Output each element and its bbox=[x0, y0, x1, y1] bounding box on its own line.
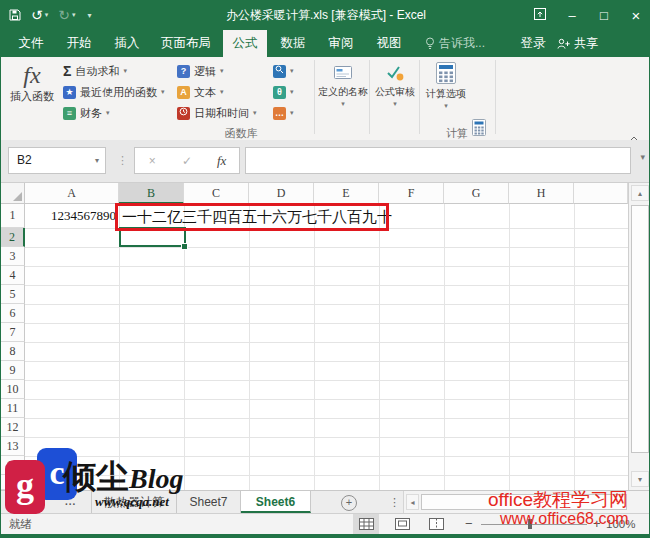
minimize-button[interactable]: – bbox=[563, 8, 581, 23]
text-functions-button[interactable]: A 文本▾ bbox=[177, 82, 224, 102]
undo-dropdown-icon[interactable]: ▾ bbox=[45, 0, 49, 30]
sheet-tab-sanreqi[interactable]: 散热器计算 bbox=[91, 491, 177, 513]
close-button[interactable]: × bbox=[627, 7, 645, 24]
ribbon-tab-strip: 文件 开始 插入 页面布局 公式 数据 审阅 视图 告诉我... 登录 共享 bbox=[1, 30, 650, 57]
row-header-3[interactable]: 3 bbox=[1, 247, 25, 266]
star-icon: ★ bbox=[63, 86, 76, 99]
row-header-12[interactable]: 12 bbox=[1, 418, 25, 437]
scroll-left-button[interactable]: ◂ bbox=[406, 494, 419, 510]
calculation-options-dropdown-icon: ▾ bbox=[422, 102, 470, 110]
select-all-corner[interactable] bbox=[1, 183, 25, 204]
row-header-8[interactable]: 8 bbox=[1, 342, 25, 361]
zoom-slider-thumb[interactable] bbox=[528, 519, 532, 529]
insert-function-fx-button[interactable]: fx bbox=[204, 153, 239, 169]
save-button[interactable] bbox=[9, 9, 21, 21]
sign-in-button[interactable]: 登录 bbox=[513, 30, 553, 57]
cell-a1[interactable]: 1234567890 bbox=[25, 204, 116, 228]
formula-input[interactable] bbox=[245, 147, 631, 174]
ribbon-display-options-button[interactable] bbox=[531, 8, 549, 23]
name-box[interactable]: B2 ▾ bbox=[8, 147, 106, 174]
column-header-g[interactable]: G bbox=[444, 183, 509, 204]
row-header-4[interactable]: 4 bbox=[1, 266, 25, 285]
tab-insert[interactable]: 插入 bbox=[105, 30, 149, 57]
tab-page-layout[interactable]: 页面布局 bbox=[153, 30, 219, 57]
date-time-button[interactable]: 日期和时间▾ bbox=[177, 103, 257, 123]
scroll-up-button[interactable]: ▴ bbox=[631, 185, 649, 201]
confirm-entry-button[interactable]: ✓ bbox=[170, 154, 205, 168]
vertical-scrollbar[interactable]: ▴ ▾ bbox=[628, 183, 650, 490]
share-button[interactable]: 共享 bbox=[557, 30, 598, 57]
column-header-d[interactable]: D bbox=[249, 183, 314, 204]
row-header-7[interactable]: 7 bbox=[1, 323, 25, 342]
sheet-tab-sheet7[interactable]: Sheet7 bbox=[177, 491, 241, 513]
row-header-6[interactable]: 6 bbox=[1, 304, 25, 323]
row-header-2[interactable]: 2 bbox=[1, 228, 25, 247]
financial-button[interactable]: ≡ 财务▾ bbox=[63, 103, 110, 123]
row-header-10[interactable]: 10 bbox=[1, 380, 25, 399]
lookup-reference-button[interactable]: ▾ bbox=[273, 61, 294, 81]
row-header-14[interactable]: 14 bbox=[1, 456, 25, 475]
horizontal-scroll-thumb[interactable] bbox=[421, 494, 627, 510]
row-header-5[interactable]: 5 bbox=[1, 285, 25, 304]
formula-bar-resize-handle[interactable]: ⋮ bbox=[117, 147, 128, 174]
zoom-level-label[interactable]: 100% bbox=[606, 514, 635, 534]
formula-auditing-button[interactable]: 公式审核 ▾ bbox=[371, 60, 419, 122]
redo-dropdown-icon[interactable]: ▾ bbox=[72, 0, 76, 30]
cancel-entry-button[interactable]: × bbox=[135, 154, 170, 168]
row-header-11[interactable]: 11 bbox=[1, 399, 25, 418]
fill-handle[interactable] bbox=[181, 243, 188, 250]
row-header-15[interactable]: 15 bbox=[1, 475, 25, 490]
customize-qat-button[interactable]: ▾ bbox=[86, 0, 92, 31]
name-box-dropdown-icon[interactable]: ▾ bbox=[95, 148, 99, 173]
column-header-partial[interactable] bbox=[574, 183, 628, 204]
math-trig-button[interactable]: θ▾ bbox=[273, 82, 294, 102]
zoom-slider-track[interactable] bbox=[481, 524, 587, 525]
sheet-nav-left-icon[interactable]: ◂ bbox=[7, 491, 12, 513]
logical-button[interactable]: ? 逻辑▾ bbox=[177, 61, 224, 81]
text-dropdown-icon: ▾ bbox=[220, 88, 224, 96]
tab-view[interactable]: 视图 bbox=[367, 30, 411, 57]
page-break-preview-button[interactable] bbox=[423, 514, 449, 534]
column-header-c[interactable]: C bbox=[184, 183, 249, 204]
row-header-13[interactable]: 13 bbox=[1, 437, 25, 456]
page-layout-view-button[interactable] bbox=[389, 514, 415, 534]
tell-me-box[interactable]: 告诉我... bbox=[425, 30, 485, 57]
scroll-down-button[interactable]: ▾ bbox=[631, 471, 649, 487]
more-functions-dropdown-icon: ▾ bbox=[290, 109, 294, 117]
tab-file[interactable]: 文件 bbox=[9, 30, 53, 57]
column-header-a[interactable]: A bbox=[25, 183, 119, 204]
row-header-1[interactable]: 1 bbox=[1, 204, 25, 228]
column-header-f[interactable]: F bbox=[379, 183, 444, 204]
more-functions-button[interactable]: …▾ bbox=[273, 103, 294, 123]
recent-functions-button[interactable]: ★ 最近使用的函数▾ bbox=[63, 82, 165, 102]
zoom-in-button[interactable]: + bbox=[593, 514, 601, 534]
tab-review[interactable]: 审阅 bbox=[319, 30, 363, 57]
tab-data[interactable]: 数据 bbox=[271, 30, 315, 57]
tab-home[interactable]: 开始 bbox=[57, 30, 101, 57]
autosum-button[interactable]: Σ 自动求和▾ bbox=[63, 61, 127, 81]
maximize-button[interactable]: □ bbox=[595, 8, 613, 23]
expand-formula-bar-icon[interactable]: ▾ bbox=[640, 152, 645, 162]
sheet-tabs-overflow[interactable]: ... bbox=[65, 491, 76, 513]
sheet-nav-right-icon[interactable]: ▸ bbox=[23, 491, 28, 513]
tab-strip-resize-handle[interactable]: ⋮ bbox=[389, 491, 400, 513]
horizontal-scrollbar[interactable]: ◂ bbox=[403, 491, 650, 513]
new-sheet-button[interactable]: + bbox=[341, 495, 357, 511]
redo-button[interactable]: ↻▾ bbox=[58, 0, 75, 30]
zoom-out-button[interactable]: − bbox=[465, 514, 473, 534]
insert-function-button[interactable]: fx 插入函数 bbox=[5, 60, 59, 122]
tab-formulas[interactable]: 公式 bbox=[223, 30, 267, 57]
vertical-scroll-thumb[interactable] bbox=[631, 205, 649, 453]
normal-view-button[interactable] bbox=[353, 514, 379, 534]
defined-names-button[interactable]: 定义的名称 ▾ bbox=[317, 60, 369, 122]
row-header-9[interactable]: 9 bbox=[1, 361, 25, 380]
column-header-b[interactable]: B bbox=[119, 183, 184, 204]
undo-button[interactable]: ↺▾ bbox=[31, 0, 48, 30]
calculation-options-button[interactable]: 计算选项 ▾ bbox=[422, 60, 470, 122]
group-separator bbox=[314, 60, 315, 134]
column-header-e[interactable]: E bbox=[314, 183, 379, 204]
sheet-tab-sheet6[interactable]: Sheet6 bbox=[241, 491, 311, 513]
theta-icon: θ bbox=[273, 86, 286, 99]
arrow-down-icon: ▾ bbox=[638, 475, 642, 484]
column-header-h[interactable]: H bbox=[509, 183, 574, 204]
